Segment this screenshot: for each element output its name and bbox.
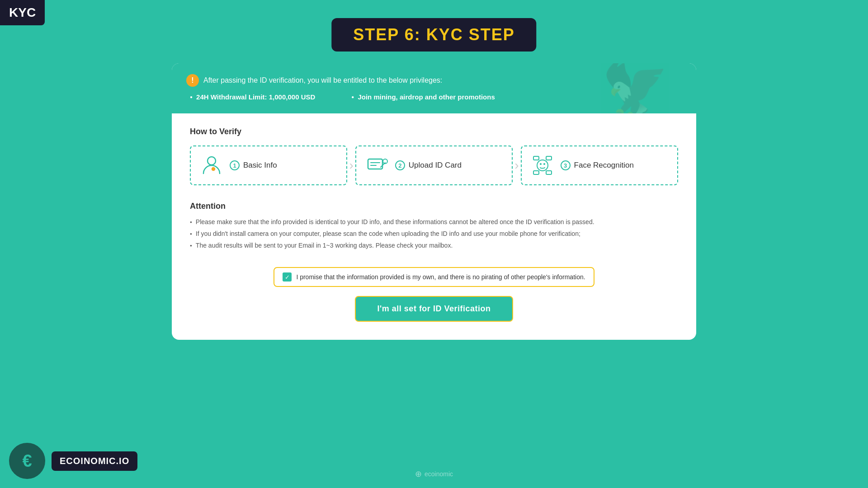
- svg-rect-2: [368, 159, 382, 169]
- step-2-text: Upload ID Card: [409, 161, 462, 170]
- bottom-watermark: ⊕ ecoinomic: [415, 469, 453, 479]
- svg-point-11: [540, 163, 542, 165]
- step-3-text: Face Recognition: [574, 161, 634, 170]
- svg-point-12: [543, 163, 545, 165]
- banner-bg-decoration: 🦅: [601, 63, 669, 113]
- svg-rect-7: [546, 156, 552, 160]
- step-1-label: 1 Basic Info: [230, 160, 277, 170]
- main-card: 🦅 ! After passing the ID verification, y…: [172, 63, 696, 340]
- card-icon: [365, 154, 389, 177]
- logo-circle-icon: €: [9, 443, 45, 479]
- svg-rect-6: [533, 156, 539, 160]
- person-icon: [200, 154, 223, 177]
- banner-point-1: 24H Withdrawal Limit: 1,000,000 USD: [190, 93, 315, 101]
- svg-rect-8: [533, 171, 539, 174]
- svg-point-10: [537, 160, 548, 171]
- attention-item-3: The audit results will be sent to your E…: [190, 242, 678, 249]
- kyc-badge: KYC: [0, 0, 45, 25]
- step-box-1: 1 Basic Info: [190, 145, 347, 185]
- step-1-number: 1: [230, 160, 240, 170]
- face-icon: [531, 154, 554, 177]
- content: How to Verify 1 Basic Info ›: [172, 113, 696, 340]
- step-2-label: 2 Upload ID Card: [395, 160, 462, 170]
- svg-rect-9: [546, 171, 552, 174]
- attention-title: Attention: [190, 202, 678, 211]
- attention-item-1: Please make sure that the info provided …: [190, 218, 678, 225]
- step-title: STEP 6: KYC STEP: [353, 25, 514, 44]
- attention-item-2: If you didn't install camera on your com…: [190, 230, 678, 237]
- banner-header-text: After passing the ID verification, you w…: [203, 76, 442, 84]
- step-3-number: 3: [561, 160, 571, 170]
- step-box-3: 3 Face Recognition: [521, 145, 678, 185]
- logo-name: ECOINOMIC.IO: [52, 451, 137, 471]
- promise-checkbox-container[interactable]: ✓ I promise that the information provide…: [274, 267, 594, 287]
- how-to-verify-title: How to Verify: [190, 127, 678, 136]
- svg-point-0: [208, 157, 216, 165]
- promise-checkbox[interactable]: ✓: [283, 272, 292, 282]
- info-icon: !: [186, 74, 199, 87]
- attention-list: Please make sure that the info provided …: [190, 218, 678, 249]
- arrow-1: ›: [347, 158, 355, 173]
- banner-point-2: Join mining, airdrop and other promotion…: [351, 93, 495, 101]
- step-3-label: 3 Face Recognition: [561, 160, 634, 170]
- banner: 🦅 ! After passing the ID verification, y…: [172, 63, 696, 113]
- svg-point-1: [211, 167, 216, 171]
- verify-button[interactable]: I'm all set for ID Verification: [355, 296, 514, 322]
- step-box-2: 2 Upload ID Card: [355, 145, 513, 185]
- promise-text: I promise that the information provided …: [296, 273, 585, 281]
- promise-section: ✓ I promise that the information provide…: [190, 267, 678, 322]
- step-2-number: 2: [395, 160, 405, 170]
- bottom-logo: € ECOINOMIC.IO: [9, 443, 137, 479]
- arrow-2: ›: [513, 158, 520, 173]
- step-title-container: STEP 6: KYC STEP: [331, 18, 536, 52]
- steps-row: 1 Basic Info › 2: [190, 145, 678, 185]
- step-1-text: Basic Info: [243, 161, 277, 170]
